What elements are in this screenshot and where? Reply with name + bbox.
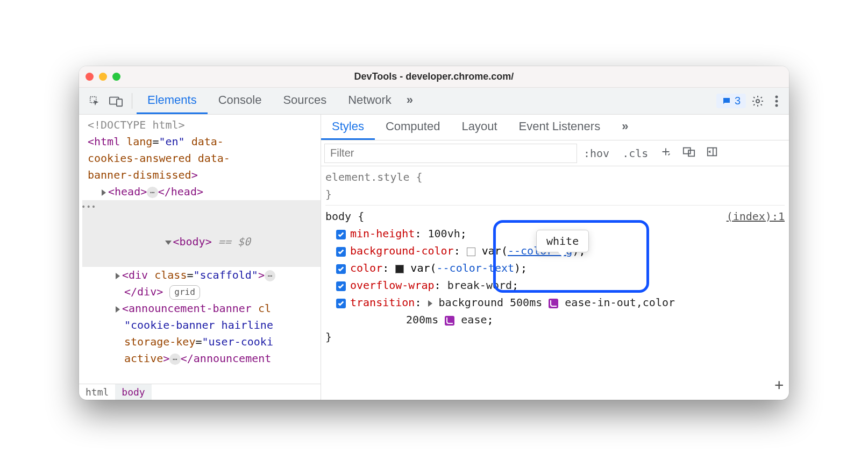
device-frames-icon[interactable] <box>677 146 701 160</box>
close-window-button[interactable] <box>86 73 94 81</box>
toolbar-divider <box>132 93 132 109</box>
breadcrumb-body[interactable]: body <box>115 384 151 400</box>
window-title: DevTools - developer.chrome.com/ <box>79 71 789 82</box>
subtab-layout[interactable]: Layout <box>451 115 508 140</box>
svg-rect-2 <box>117 99 122 106</box>
body-rule-block[interactable]: (index):1 body { min-height: 100vh; back… <box>325 208 785 345</box>
svg-rect-7 <box>684 148 691 154</box>
tab-console[interactable]: Console <box>208 88 273 114</box>
subtab-event-listeners[interactable]: Event Listeners <box>508 115 611 140</box>
main-toolbar: Elements Console Sources Network » 3 <box>79 88 789 115</box>
checkbox-icon[interactable] <box>336 230 346 239</box>
checkbox-icon[interactable] <box>336 247 346 257</box>
html-element[interactable]: <html lang="en" data- <box>82 133 321 150</box>
doctype-node: <!DOCTYPE html> <box>88 118 185 131</box>
styles-filter-input[interactable] <box>324 144 577 163</box>
minimize-window-button[interactable] <box>99 73 107 81</box>
rule-source-link[interactable]: (index):1 <box>727 208 785 225</box>
elements-panel: <!DOCTYPE html> <html lang="en" data- co… <box>79 115 321 400</box>
toggle-sidebar-icon[interactable] <box>701 146 723 160</box>
style-rules: element.style { } (index):1 body { min-h… <box>321 166 789 400</box>
tab-elements[interactable]: Elements <box>137 88 208 114</box>
issues-badge[interactable]: 3 <box>716 94 746 108</box>
color-swatch-icon[interactable] <box>395 265 404 273</box>
main-tabs: Elements Console Sources Network » <box>137 88 417 114</box>
body-element-selected[interactable]: ••• <body> == $0 <box>82 200 321 267</box>
styles-subtabs: Styles Computed Layout Event Listeners » <box>321 115 789 140</box>
collapsed-ellipsis-icon[interactable]: ⋯ <box>147 187 158 199</box>
subtab-computed[interactable]: Computed <box>375 115 451 140</box>
grid-badge[interactable]: grid <box>169 285 200 300</box>
add-declaration-icon[interactable]: + <box>774 373 784 398</box>
svg-point-4 <box>775 95 778 98</box>
styles-panel: Styles Computed Layout Event Listeners »… <box>321 115 789 400</box>
device-toolbar-icon[interactable] <box>105 88 127 114</box>
tab-sources[interactable]: Sources <box>272 88 337 114</box>
window-titlebar: DevTools - developer.chrome.com/ <box>79 66 789 88</box>
subtab-styles[interactable]: Styles <box>321 115 375 140</box>
css-var-link[interactable]: --color-text <box>437 262 515 274</box>
color-swatch-icon[interactable] <box>467 248 475 256</box>
cls-toggle[interactable]: .cls <box>616 147 654 160</box>
head-element[interactable]: <head>⋯</head> <box>82 183 321 200</box>
announcement-banner-element[interactable]: <announcement-banner cl <box>82 300 321 317</box>
maximize-window-button[interactable] <box>112 73 120 81</box>
prop-transition[interactable]: transition: background 500ms ease-in-out… <box>325 294 785 311</box>
svg-point-6 <box>775 104 778 107</box>
collapsed-ellipsis-icon[interactable]: ⋯ <box>169 354 180 365</box>
prop-color[interactable]: color: var(--color-text); <box>325 259 785 277</box>
prop-overflow-wrap[interactable]: overflow-wrap: break-word; <box>325 277 785 294</box>
checkbox-icon[interactable] <box>336 264 346 274</box>
traffic-lights <box>86 73 120 81</box>
checkbox-icon[interactable] <box>336 299 346 308</box>
expand-shorthand-icon[interactable] <box>428 300 432 307</box>
svg-point-3 <box>756 100 759 103</box>
inspect-element-icon[interactable] <box>84 88 105 114</box>
tab-network[interactable]: Network <box>337 88 402 114</box>
svg-point-5 <box>775 100 778 102</box>
dom-tree[interactable]: <!DOCTYPE html> <html lang="en" data- co… <box>79 115 321 384</box>
styles-filter-bar: :hov .cls <box>321 140 789 166</box>
svg-rect-8 <box>688 150 694 156</box>
css-var-tooltip: white <box>536 230 589 252</box>
devtools-window: DevTools - developer.chrome.com/ Element… <box>79 66 789 400</box>
settings-icon[interactable] <box>746 88 770 114</box>
hov-toggle[interactable]: :hov <box>577 147 616 160</box>
subtabs-overflow[interactable]: » <box>611 115 639 140</box>
easing-editor-icon[interactable] <box>445 316 454 326</box>
issues-count: 3 <box>735 95 741 107</box>
new-style-rule-icon[interactable] <box>654 146 677 160</box>
more-menu-icon[interactable] <box>770 88 784 114</box>
easing-editor-icon[interactable] <box>549 299 558 308</box>
collapsed-ellipsis-icon[interactable]: ⋯ <box>265 270 275 282</box>
checkbox-icon[interactable] <box>336 281 346 291</box>
scaffold-div[interactable]: <div class="scaffold">⋯ <box>82 267 321 284</box>
tabs-overflow[interactable]: » <box>402 88 417 114</box>
row-actions-icon[interactable]: ••• <box>81 201 96 213</box>
breadcrumb-html[interactable]: html <box>79 384 115 400</box>
dom-breadcrumb: html body <box>79 384 321 400</box>
element-style-block[interactable]: element.style { } <box>325 168 785 203</box>
